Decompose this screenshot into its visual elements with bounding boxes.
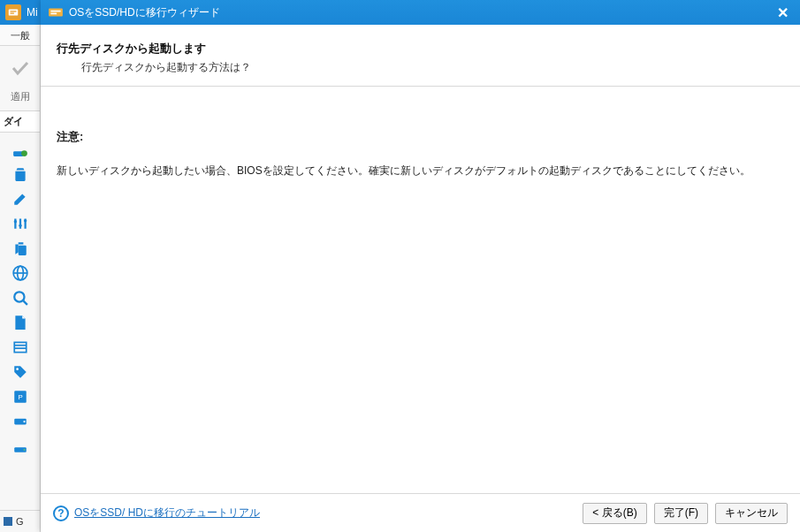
copy-icon[interactable] — [12, 240, 28, 256]
search-icon[interactable] — [12, 290, 28, 306]
note-body: 新しいディスクから起動したい場合、BIOSを設定してください。確実に新しいディス… — [57, 163, 784, 179]
cancel-button[interactable]: キャンセル — [715, 503, 788, 524]
svg-point-21 — [23, 421, 25, 422]
svg-point-17 — [16, 368, 19, 370]
list-icon[interactable] — [12, 339, 28, 355]
sidebar: 一般 適用 ダイ P G — [0, 25, 41, 532]
delete-icon[interactable] — [12, 166, 28, 182]
disk-icon[interactable] — [12, 438, 28, 454]
close-button[interactable]: ✕ — [772, 2, 793, 23]
svg-point-4 — [21, 150, 27, 156]
partition-create-icon[interactable] — [12, 141, 28, 157]
back-button[interactable]: < 戻る(B) — [583, 503, 646, 524]
migrate-os-wizard-dialog: OSをSSD/HDに移行ウィザード ✕ 行先ディスクから起動します 行先ディスク… — [41, 0, 800, 532]
svg-point-5 — [13, 220, 16, 223]
svg-rect-26 — [50, 13, 57, 15]
sidebar-tab-general[interactable]: 一般 — [0, 25, 40, 46]
page-icon[interactable] — [12, 315, 28, 331]
svg-rect-24 — [49, 9, 63, 17]
svg-point-23 — [23, 449, 25, 451]
wizard-body: 注意: 新しいディスクから起動したい場合、BIOSを設定してください。確実に新し… — [41, 87, 800, 493]
note-heading: 注意: — [57, 129, 784, 145]
svg-rect-25 — [50, 11, 60, 12]
wizard-step-title: 行先ディスクから起動します — [57, 41, 784, 57]
svg-point-6 — [19, 224, 21, 227]
drive-icon[interactable] — [12, 414, 28, 429]
wizard-title: OSをSSD/HDに移行ウィザード — [69, 5, 220, 20]
svg-rect-0 — [9, 10, 19, 16]
help-icon[interactable]: ? — [53, 505, 69, 521]
tutorial-help: ? OSをSSD/ HDに移行のチュートリアル — [53, 505, 260, 521]
finish-button[interactable]: 完了(F) — [654, 503, 708, 524]
svg-rect-14 — [14, 342, 27, 352]
main-app-title: Mi — [27, 6, 38, 19]
svg-text:P: P — [18, 393, 22, 401]
sidebar-section-label: ダイ — [0, 110, 40, 133]
apply-check-icon[interactable] — [0, 46, 40, 90]
tag-icon[interactable] — [12, 364, 28, 380]
legend-label: G — [16, 516, 24, 527]
wizard-header: 行先ディスクから起動します 行先ディスクから起動する方法は？ — [41, 25, 800, 87]
sidebar-toolbar: P — [0, 133, 40, 510]
sidebar-bottom-legend: G — [0, 510, 40, 532]
svg-line-13 — [23, 300, 27, 305]
legend-swatch — [4, 517, 12, 526]
svg-point-7 — [23, 219, 26, 222]
svg-point-12 — [14, 292, 24, 301]
globe-icon[interactable] — [12, 265, 28, 281]
wizard-step-subtitle: 行先ディスクから起動する方法は？ — [57, 60, 784, 75]
adjust-icon[interactable] — [12, 216, 28, 232]
svg-rect-8 — [18, 246, 26, 255]
svg-rect-2 — [11, 12, 14, 13]
svg-rect-1 — [11, 11, 17, 11]
wizard-footer: ? OSをSSD/ HDに移行のチュートリアル < 戻る(B) 完了(F) キャ… — [41, 493, 800, 532]
wizard-titlebar: OSをSSD/HDに移行ウィザード ✕ — [41, 0, 800, 25]
apply-label: 適用 — [0, 90, 40, 103]
edit-icon[interactable] — [12, 191, 28, 207]
app-icon — [5, 4, 21, 20]
wizard-icon — [48, 4, 64, 20]
tutorial-link[interactable]: OSをSSD/ HDに移行のチュートリアル — [74, 505, 260, 521]
program-icon[interactable]: P — [12, 389, 28, 405]
